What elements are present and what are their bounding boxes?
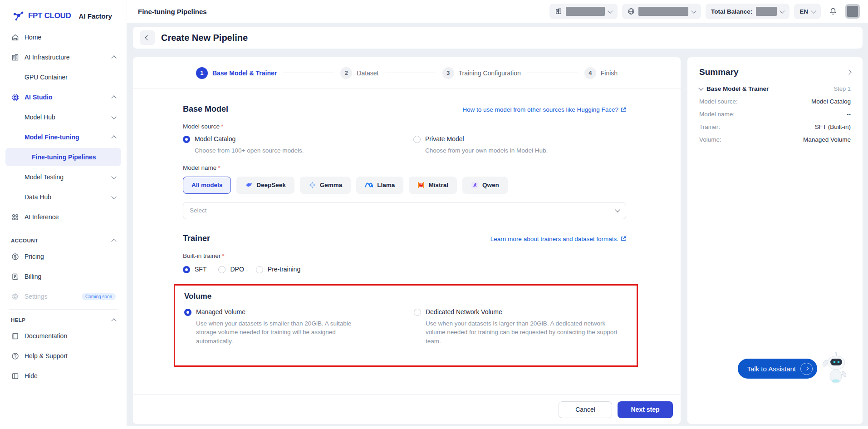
- external-link-icon: [621, 236, 626, 242]
- sidebar-item-fine-tuning-pipelines[interactable]: Fine-tuning Pipelines: [5, 148, 121, 166]
- coming-soon-badge: Coming soon: [82, 293, 116, 300]
- radio-label: Pre-training: [268, 266, 300, 273]
- chevron-up-icon[interactable]: [111, 239, 116, 244]
- summary-section-label: Base Model & Trainer: [706, 85, 830, 92]
- sidebar-item-settings: Settings Coming soon: [5, 287, 121, 306]
- sidebar-item-model-fine-tuning[interactable]: Model Fine-tuning: [5, 128, 121, 146]
- chevron-up-icon: [111, 135, 116, 140]
- step-label: Dataset: [357, 69, 378, 77]
- required-asterisk: *: [222, 252, 224, 259]
- chip-label: Llama: [377, 182, 395, 188]
- sidebar-item-hide[interactable]: Hide: [5, 367, 121, 385]
- chip-all-models[interactable]: All models: [183, 177, 231, 194]
- radio-label: DPO: [230, 266, 244, 273]
- summary-row: Model source: Model Catalog: [699, 98, 851, 105]
- radio-dedicated-network-volume[interactable]: Dedicated Network Volume: [414, 308, 626, 316]
- assistant-robot-mascot[interactable]: [820, 351, 850, 386]
- sidebar-item-label: Data Hub: [25, 193, 107, 201]
- radio-selected-icon: [183, 136, 190, 143]
- sidebar-item-billing[interactable]: Billing: [5, 267, 121, 286]
- trainer-title: Trainer: [183, 234, 210, 243]
- redacted-region-name: [638, 7, 688, 16]
- app-logo: FPT CLOUD AI Factory: [0, 0, 127, 28]
- radio-description: Use when your datasets is larger than 20…: [426, 319, 626, 346]
- step-finish[interactable]: 4 Finish: [584, 67, 618, 79]
- step-number: 4: [584, 67, 596, 79]
- step-training-configuration[interactable]: 3 Training Configuration: [442, 67, 521, 79]
- chevron-down-icon: [811, 8, 816, 13]
- chevron-up-icon[interactable]: [111, 318, 116, 323]
- pipeline-form-card: 1 Base Model & Trainer 2 Dataset 3 Train…: [133, 57, 681, 424]
- notifications-button[interactable]: [825, 4, 841, 19]
- radio-label: Model Catalog: [195, 135, 235, 143]
- back-button[interactable]: [140, 30, 155, 45]
- chip-gemma[interactable]: Gemma: [300, 177, 351, 194]
- summary-row-label: Model source:: [699, 98, 738, 105]
- user-avatar[interactable]: [845, 4, 860, 19]
- trainer-help-link[interactable]: Learn more about trainers and dataset fo…: [490, 236, 626, 242]
- radio-pre-training[interactable]: Pre-training: [256, 266, 300, 273]
- sidebar-item-label: Hide: [25, 372, 116, 380]
- sidebar-item-model-hub[interactable]: Model Hub: [5, 108, 121, 126]
- assistant-button-label: Talk to Assistant: [747, 365, 796, 373]
- cancel-button[interactable]: Cancel: [559, 401, 612, 418]
- chip-deepseek[interactable]: DeepSeek: [236, 177, 294, 194]
- sidebar-item-gpu-container[interactable]: GPU Container: [5, 68, 121, 86]
- step-base-model-trainer[interactable]: 1 Base Model & Trainer: [196, 67, 277, 79]
- next-step-button[interactable]: Next step: [618, 401, 673, 418]
- radio-dpo[interactable]: DPO: [218, 266, 244, 273]
- step-number: 3: [442, 67, 454, 79]
- sidebar-item-pricing[interactable]: Pricing: [5, 247, 121, 266]
- huggingface-help-link[interactable]: How to use model from other sources like…: [462, 106, 626, 113]
- talk-to-assistant-button[interactable]: Talk to Assistant: [738, 359, 817, 379]
- chevron-down-icon: [111, 194, 116, 199]
- page-title: Create New Pipeline: [161, 33, 248, 43]
- radio-unselected-icon: [256, 266, 263, 273]
- page-breadcrumb-title: Fine-tuning Pipelines: [138, 8, 207, 15]
- radio-sft[interactable]: SFT: [183, 266, 206, 273]
- sidebar-item-ai-studio[interactable]: AI Studio: [5, 88, 121, 106]
- step-dataset[interactable]: 2 Dataset: [340, 67, 378, 79]
- chip-icon: [11, 94, 19, 101]
- radio-model-catalog[interactable]: Model Catalog: [183, 135, 413, 143]
- bell-icon: [829, 7, 837, 15]
- chevron-right-icon[interactable]: [846, 69, 851, 74]
- sidebar-item-label: GPU Container: [25, 74, 116, 81]
- gear-icon: [11, 293, 19, 301]
- sidebar-item-label: Fine-tuning Pipelines: [32, 153, 116, 161]
- radio-label: Private Model: [425, 135, 464, 143]
- sidebar-item-documentation[interactable]: Documentation: [5, 327, 121, 345]
- required-asterisk: *: [221, 123, 223, 130]
- region-dropdown[interactable]: [622, 4, 701, 19]
- tenant-dropdown[interactable]: [549, 4, 618, 19]
- sidebar-item-data-hub[interactable]: Data Hub: [5, 188, 121, 206]
- sidebar-item-label: Settings: [25, 293, 76, 300]
- chip-mistral[interactable]: Mistral: [409, 177, 457, 194]
- globe-icon: [628, 8, 635, 15]
- building-icon: [11, 54, 19, 61]
- chevron-down-icon: [780, 8, 785, 13]
- chevron-up-icon: [111, 95, 116, 100]
- sidebar-item-home[interactable]: Home: [5, 28, 121, 46]
- chip-qwen[interactable]: Qwen: [462, 177, 508, 194]
- chip-llama[interactable]: Llama: [356, 177, 403, 194]
- step-number: 1: [196, 67, 208, 79]
- building-icon: [555, 8, 562, 15]
- sidebar-item-help-support[interactable]: Help & Support: [5, 347, 121, 365]
- step-number: 2: [340, 67, 352, 79]
- radio-description: Use when your datasets is smaller than 2…: [196, 319, 371, 346]
- summary-row-label: Model name:: [699, 111, 735, 118]
- radio-managed-volume[interactable]: Managed Volume: [184, 308, 414, 316]
- language-dropdown[interactable]: EN: [794, 4, 821, 19]
- total-balance[interactable]: Total Balance:: [706, 4, 790, 19]
- sidebar-item-ai-inference[interactable]: AI Inference: [5, 208, 121, 226]
- summary-panel: Summary Base Model & Trainer Step 1 Mode…: [687, 57, 863, 424]
- sidebar-item-ai-infrastructure[interactable]: AI Infrastructure: [5, 48, 121, 66]
- language-label: EN: [799, 8, 808, 15]
- model-source-label: Model source*: [183, 123, 626, 130]
- sidebar-item-model-testing[interactable]: Model Testing: [5, 168, 121, 186]
- radio-private-model[interactable]: Private Model: [413, 135, 626, 143]
- model-select[interactable]: Select: [183, 202, 626, 219]
- chevron-down-icon[interactable]: [698, 85, 703, 90]
- select-placeholder: Select: [190, 207, 616, 214]
